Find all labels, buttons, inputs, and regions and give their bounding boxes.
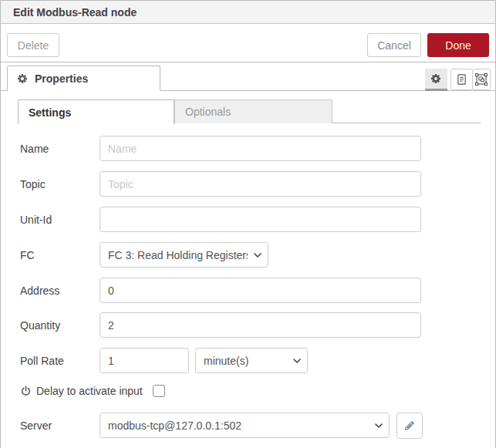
server-select[interactable]: modbus-tcp@127.0.0.1:502 xyxy=(100,413,390,438)
tab-settings-label: Settings xyxy=(29,106,71,119)
topic-input[interactable] xyxy=(100,171,421,197)
topic-row: Topic xyxy=(20,171,421,197)
fc-label: FC xyxy=(20,249,100,261)
properties-icon-button[interactable] xyxy=(425,69,447,91)
cancel-button[interactable]: Cancel xyxy=(367,33,421,57)
fc-row: FC FC 3: Read Holding Registers xyxy=(20,242,268,268)
gear-icon xyxy=(18,73,29,84)
poll-rate-unit-select[interactable]: minute(s) xyxy=(195,348,308,373)
tab-properties[interactable]: Properties xyxy=(7,66,160,91)
gear-icon xyxy=(431,73,442,84)
tab-optionals[interactable]: Optionals xyxy=(174,99,332,123)
dialog-header: Edit Modbus-Read node xyxy=(1,1,495,24)
delay-checkbox[interactable] xyxy=(153,385,165,397)
name-input[interactable] xyxy=(100,136,421,161)
power-icon xyxy=(20,386,32,397)
name-row: Name xyxy=(20,136,421,161)
fc-select[interactable]: FC 3: Read Holding Registers xyxy=(100,242,268,268)
tab-settings[interactable]: Settings xyxy=(18,99,174,124)
tab-properties-label: Properties xyxy=(35,72,88,85)
pencil-icon xyxy=(404,420,415,431)
edit-node-dialog: Edit Modbus-Read node Delete Cancel Done… xyxy=(0,0,496,448)
poll-rate-label: Poll Rate xyxy=(20,355,100,367)
topic-label: Topic xyxy=(20,178,100,190)
address-input[interactable] xyxy=(100,278,421,303)
name-label: Name xyxy=(20,143,100,155)
quantity-input[interactable] xyxy=(100,312,421,338)
delay-row: Delay to activate input xyxy=(20,380,143,402)
server-label: Server xyxy=(20,419,100,432)
address-row: Address xyxy=(20,278,421,303)
description-icon-button[interactable] xyxy=(450,69,473,90)
quantity-row: Quantity xyxy=(20,312,421,338)
poll-rate-row: Poll Rate minute(s) xyxy=(20,348,308,373)
appearance-icon-button[interactable] xyxy=(472,69,491,90)
dialog-title: Edit Modbus-Read node xyxy=(13,6,137,19)
done-button[interactable]: Done xyxy=(427,33,489,57)
form-tabbar: Settings Optionals xyxy=(18,99,481,123)
appearance-icon xyxy=(475,73,488,86)
unit-id-row: Unit-Id xyxy=(20,207,421,232)
address-label: Address xyxy=(20,285,100,297)
editor-tabbar: Properties xyxy=(1,63,495,91)
document-icon xyxy=(456,73,467,86)
unit-id-label: Unit-Id xyxy=(20,214,100,226)
delay-label: Delay to activate input xyxy=(36,385,143,397)
poll-rate-input[interactable] xyxy=(100,348,189,373)
dialog-toolbar: Delete Cancel Done xyxy=(1,25,495,62)
quantity-label: Quantity xyxy=(20,319,100,332)
tab-optionals-label: Optionals xyxy=(185,106,231,118)
server-row: Server modbus-tcp@127.0.0.1:502 xyxy=(20,413,390,438)
edit-server-button[interactable] xyxy=(396,413,423,439)
delete-button[interactable]: Delete xyxy=(7,33,59,57)
unit-id-input[interactable] xyxy=(100,207,421,232)
